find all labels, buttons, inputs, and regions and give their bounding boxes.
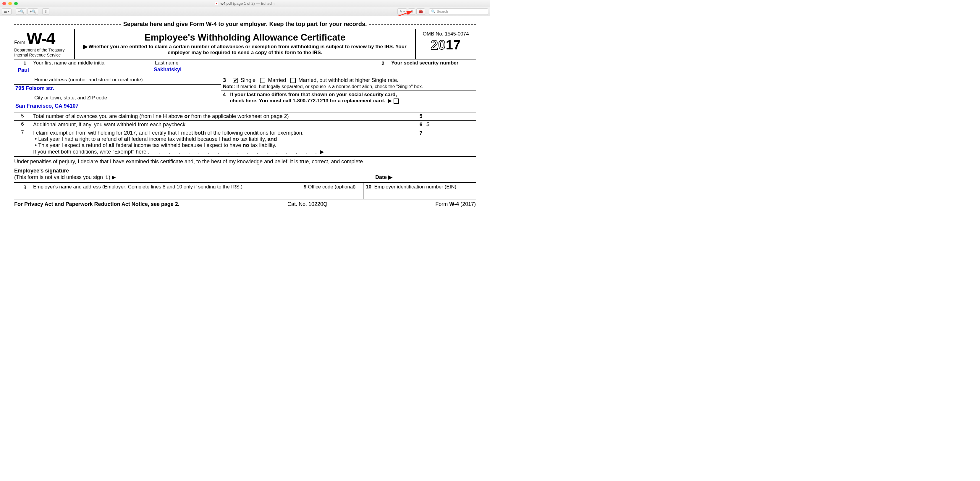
- filing-status-row: 3 ✔ Single Married Married, but withhold…: [221, 76, 476, 84]
- status-note: Note: If married, but legally separated,…: [221, 84, 476, 91]
- sidebar-button[interactable]: ☰ ▾: [2, 8, 11, 15]
- line-7-meet: If you meet both conditions, write "Exem…: [33, 148, 415, 155]
- field-9-number: 9: [304, 184, 306, 190]
- form-word: Form: [14, 40, 25, 45]
- box-7-number: 7: [417, 129, 425, 137]
- checkbox-married[interactable]: [260, 78, 265, 83]
- window-titlebar: ▲ fw4.pdf (page 1 of 2) — Edited ⌄: [0, 0, 490, 7]
- rotate-button[interactable]: ⟲: [408, 8, 415, 15]
- line-4-text-1: If your last name differs from that show…: [230, 92, 397, 97]
- document-viewport[interactable]: Separate here and give Form W-4 to your …: [0, 16, 490, 240]
- line-4-text-2: check here. You must call 1-800-772-1213…: [230, 98, 385, 104]
- line-6-text: Additional amount, if any, you want with…: [33, 121, 185, 127]
- markup-button[interactable]: ✎ ▾: [398, 8, 407, 15]
- window-title[interactable]: ▲ fw4.pdf (page 1 of 2) — Edited ⌄: [0, 1, 490, 6]
- employer-label: Employer's name and address (Employer: C…: [33, 184, 242, 191]
- signature-label: Employee's signature: [14, 168, 69, 174]
- office-code-label: Office code (optional): [308, 184, 355, 190]
- rotate-icon: ⟲: [410, 10, 413, 14]
- triangle-icon: ▶: [83, 43, 88, 50]
- field-6-number: 6: [14, 121, 31, 127]
- zoom-in-icon: +🔍: [30, 10, 36, 14]
- first-name-label: Your first name and middle initial: [33, 60, 105, 67]
- city-value[interactable]: San Francisco, CA 94107: [14, 102, 218, 110]
- zoom-out-icon: −🔍: [18, 10, 24, 14]
- first-name-value[interactable]: Paul: [17, 67, 148, 75]
- ein-label: Employer identification number (EIN): [374, 184, 456, 190]
- dept-line-1: Department of the Treasury: [14, 48, 72, 53]
- share-button[interactable]: ⇪: [42, 8, 49, 15]
- pdf-file-icon: ▲: [215, 2, 218, 5]
- single-label: Single: [241, 77, 256, 83]
- form-title: Employee's Withholding Allowance Certifi…: [78, 32, 412, 43]
- line-7-bullet-2: • This year I expect a refund of all fed…: [33, 142, 415, 148]
- search-icon: 🔍: [431, 10, 436, 14]
- home-address-label: Home address (number and street or rural…: [34, 77, 218, 83]
- field-3-number: 3: [223, 77, 226, 83]
- field-5-number: 5: [14, 112, 31, 119]
- box-6-number: 6: [417, 121, 425, 128]
- page-footer: For Privacy Act and Paperwork Reduction …: [14, 199, 476, 207]
- box-7-input[interactable]: [425, 129, 476, 137]
- field-1-number: 1: [17, 60, 33, 67]
- field-10-number: 10: [366, 184, 371, 190]
- line-7-intro: I claim exemption from withholding for 2…: [33, 130, 415, 136]
- omb-number: OMB No. 1545-0074: [417, 31, 475, 37]
- ssn-label: Your social security number: [391, 60, 458, 67]
- perjury-statement: Under penalties of perjury, I declare th…: [14, 157, 476, 167]
- search-placeholder: Search: [437, 10, 448, 14]
- line-4: 4 If your last name differs from that sh…: [221, 91, 476, 105]
- search-input[interactable]: 🔍 Search: [429, 8, 488, 15]
- pencil-icon: ✎: [399, 10, 402, 14]
- checkbox-married-higher[interactable]: [290, 78, 296, 83]
- box-6-input[interactable]: $: [425, 121, 476, 128]
- zoom-out-button[interactable]: −🔍: [16, 8, 26, 15]
- field-2-number: 2: [375, 60, 391, 67]
- filename-label: fw4.pdf: [220, 1, 232, 6]
- line-5-text: Total number of allowances you are claim…: [31, 112, 417, 120]
- date-label: Date ▶: [375, 174, 392, 180]
- toolbox-icon: 🧰: [418, 10, 423, 14]
- pdf-page: Separate here and give Form W-4 to your …: [14, 21, 476, 207]
- employer-row: 8Employer's name and address (Employer: …: [14, 183, 476, 199]
- page-info-label: (page 1 of 2): [233, 1, 255, 6]
- married-label: Married: [268, 77, 286, 83]
- signature-note: (This form is not valid unless you sign …: [14, 174, 116, 180]
- line-7-bullet-1: • Last year I had a right to a refund of…: [33, 136, 415, 142]
- catalog-number: Cat. No. 10220Q: [288, 201, 327, 207]
- form-id-footer: Form W-4 (2017): [435, 201, 476, 207]
- last-name-label: Last name: [153, 60, 370, 66]
- share-icon: ⇪: [45, 10, 47, 14]
- field-4-number: 4: [223, 92, 226, 97]
- home-address-value[interactable]: 795 Folsom str.: [14, 84, 218, 92]
- field-8-number: 8: [17, 184, 33, 191]
- field-7-number: 7: [14, 129, 31, 135]
- lines-5-6-7: 5 Total number of allowances you are cla…: [14, 112, 476, 157]
- checkbox-name-differs[interactable]: [394, 99, 399, 104]
- separator-text: Separate here and give Form W-4 to your …: [123, 21, 367, 27]
- form-subtitle: Whether you are entitled to claim a cert…: [88, 44, 406, 55]
- form-header: Form W-4 Department of the Treasury Inte…: [14, 29, 476, 59]
- row-name-ssn: 1Your first name and middle initial Paul…: [14, 59, 476, 76]
- form-code: W-4: [27, 29, 55, 48]
- box-5-input[interactable]: [425, 112, 476, 119]
- edited-label: — Edited: [256, 1, 272, 6]
- toolbar: ☰ ▾ −🔍 +🔍 ⇪ ✎ ▾ ⟲ 🧰 🔍 Search: [0, 7, 490, 16]
- zoom-in-button[interactable]: +🔍: [27, 8, 38, 15]
- city-label: City or town, state, and ZIP code: [34, 95, 218, 101]
- box-5-number: 5: [417, 112, 425, 119]
- checkbox-single[interactable]: ✔: [233, 78, 238, 83]
- privacy-notice: For Privacy Act and Paperwork Reduction …: [14, 201, 180, 207]
- annotate-button[interactable]: 🧰: [416, 8, 425, 15]
- cut-separator: Separate here and give Form W-4 to your …: [14, 21, 476, 27]
- signature-row: Employee's signature (This form is not v…: [14, 167, 476, 183]
- last-name-value[interactable]: Sakhatskyi: [153, 66, 370, 74]
- married-higher-label: Married, but withhold at higher Single r…: [298, 77, 398, 83]
- chevron-down-icon: ⌄: [273, 2, 275, 5]
- dept-line-2: Internal Revenue Service: [14, 53, 72, 58]
- form-year: 2017: [417, 38, 475, 53]
